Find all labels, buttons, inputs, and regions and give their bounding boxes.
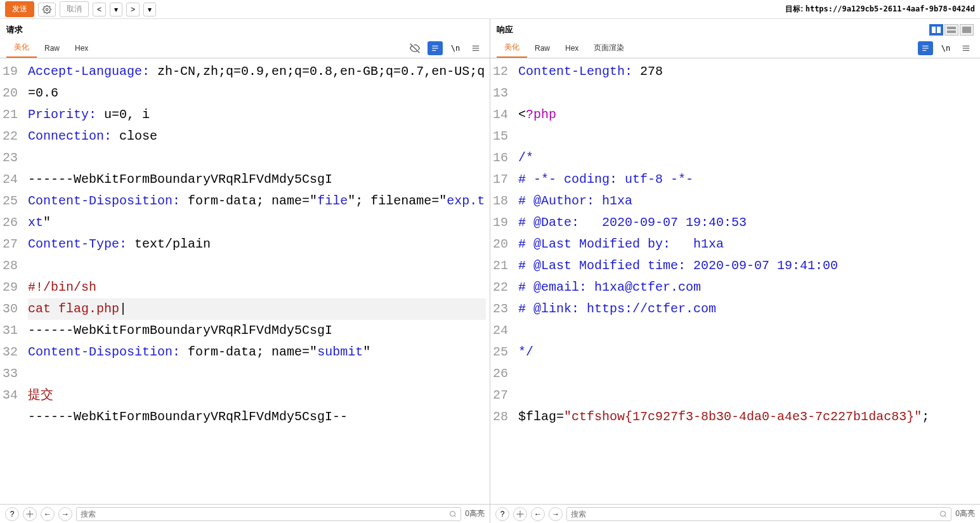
search-icon[interactable] <box>939 510 947 518</box>
prev-dropdown-button[interactable]: ▾ <box>110 3 122 17</box>
response-search[interactable] <box>566 507 951 521</box>
code-line[interactable] <box>28 147 486 169</box>
search-prev-button[interactable]: ← <box>531 507 545 521</box>
code-segment: ------WebKitFormBoundaryVRqRlFVdMdy5CsgI… <box>28 409 348 424</box>
code-line[interactable] <box>518 363 976 385</box>
code-line[interactable]: # @Last Modified time: 2020-09-07 19:41:… <box>518 255 976 277</box>
hide-icon[interactable] <box>407 41 422 55</box>
code-line[interactable]: Content-Length: 278 <box>518 61 976 83</box>
search-next-button[interactable]: → <box>549 507 563 521</box>
newline-icon[interactable]: \n <box>938 41 953 55</box>
wrap-icon[interactable] <box>918 41 933 55</box>
response-editor[interactable]: 1213141516171819202122232425262728 Conte… <box>490 58 980 504</box>
svg-line-23 <box>945 515 946 517</box>
code-line[interactable]: 提交 <box>28 385 486 406</box>
code-line[interactable]: <?php <box>518 104 976 126</box>
request-footer: ? ← → 0高亮 <box>0 505 490 523</box>
code-line[interactable]: cat flag.php| <box>28 298 486 320</box>
code-line[interactable]: Accept-Language: zh-CN,zh;q=0.9,en;q=0.8… <box>28 61 486 104</box>
menu-icon[interactable] <box>958 41 974 55</box>
search-icon[interactable] <box>449 510 457 518</box>
newline-icon[interactable]: \n <box>448 41 463 55</box>
code-line[interactable]: Content-Disposition: form-data; name="fi… <box>28 190 486 234</box>
line-number: 28 <box>3 255 20 277</box>
code-line[interactable]: # @link: https://ctfer.com <box>518 298 976 320</box>
code-line[interactable]: # @Date: 2020-09-07 19:40:53 <box>518 212 976 234</box>
next-button[interactable]: > <box>126 3 140 17</box>
code-line[interactable]: $flag="ctfshow{17c927f3-8b30-4da0-a4e3-7… <box>518 406 976 428</box>
code-line[interactable] <box>28 363 486 385</box>
code-segment: $flag <box>518 409 556 424</box>
code-segment: : <box>104 129 119 143</box>
help-button[interactable]: ? <box>5 507 19 521</box>
tab-hex[interactable]: Hex <box>67 40 96 56</box>
search-next-button[interactable]: → <box>58 507 72 521</box>
search-input[interactable] <box>81 510 449 519</box>
tab-pretty[interactable]: 美化 <box>497 38 527 58</box>
code-line[interactable]: #!/bin/sh <box>28 277 486 298</box>
code-line[interactable] <box>28 428 486 449</box>
code-segment: Connection <box>28 129 104 143</box>
gear-icon <box>516 510 524 518</box>
svg-point-18 <box>29 513 31 515</box>
line-number: 31 <box>3 320 20 341</box>
chevron-left-icon: < <box>97 5 101 14</box>
tab-render[interactable]: 页面渲染 <box>586 39 632 57</box>
layout-split-v-button[interactable] <box>944 24 958 36</box>
code-line[interactable] <box>28 255 486 277</box>
code-line[interactable]: ------WebKitFormBoundaryVRqRlFVdMdy5CsgI <box>28 169 486 190</box>
code-line[interactable]: ------WebKitFormBoundaryVRqRlFVdMdy5CsgI <box>28 320 486 341</box>
code-line[interactable]: # @Author: h1xa <box>518 190 976 212</box>
layout-single-button[interactable] <box>960 24 974 36</box>
line-number: 14 <box>493 104 511 126</box>
help-button[interactable]: ? <box>495 507 509 521</box>
request-tabs: 美化 Raw Hex \n <box>0 38 490 58</box>
settings-button[interactable] <box>38 3 56 17</box>
settings-button[interactable] <box>513 507 527 521</box>
layout-split-h-button[interactable] <box>929 24 943 36</box>
request-search[interactable] <box>76 507 461 521</box>
code-line[interactable] <box>518 83 976 104</box>
code-line[interactable]: Connection: close <box>28 126 486 147</box>
code-segment: < <box>518 107 526 122</box>
line-number: 22 <box>3 126 20 147</box>
tab-raw[interactable]: Raw <box>527 40 558 56</box>
code-line[interactable] <box>518 320 976 341</box>
code-line[interactable] <box>518 385 976 406</box>
line-number: 30 <box>3 298 20 320</box>
settings-button[interactable] <box>23 507 37 521</box>
code-line[interactable]: /* <box>518 147 976 169</box>
line-number: 17 <box>493 169 511 190</box>
request-editor[interactable]: 19202122232425262728293031323334 Accept-… <box>0 58 490 504</box>
highlight-count: 0高亮 <box>955 508 975 519</box>
code-segment: : <box>173 345 188 359</box>
arrow-right-icon: → <box>552 510 559 519</box>
wrap-icon[interactable] <box>428 41 443 55</box>
code-segment: # @Last Modified by: h1xa <box>518 237 724 251</box>
code-line[interactable]: Content-Disposition: form-data; name="su… <box>28 341 486 363</box>
menu-icon[interactable] <box>468 41 483 55</box>
code-line[interactable]: ------WebKitFormBoundaryVRqRlFVdMdy5CsgI… <box>28 406 486 428</box>
tab-hex[interactable]: Hex <box>558 40 586 56</box>
search-prev-button[interactable]: ← <box>41 507 55 521</box>
code-line[interactable]: # @email: h1xa@ctfer.com <box>518 277 976 298</box>
prev-button[interactable]: < <box>93 3 106 17</box>
gear-icon <box>26 510 34 518</box>
tab-pretty[interactable]: 美化 <box>6 38 37 58</box>
cancel-button[interactable]: 取消 <box>60 1 89 17</box>
code-segment: ?php <box>526 107 556 122</box>
tab-raw[interactable]: Raw <box>37 40 67 56</box>
send-button[interactable]: 发送 <box>5 1 34 17</box>
line-number: 19 <box>493 212 511 234</box>
code-line[interactable]: # -*- coding: utf-8 -*- <box>518 169 976 190</box>
code-segment: # @link: https://ctfer.com <box>518 301 716 316</box>
code-line[interactable] <box>518 126 976 147</box>
code-line[interactable]: # @Last Modified by: h1xa <box>518 234 976 255</box>
line-number: 27 <box>3 234 20 255</box>
search-input[interactable] <box>571 510 939 519</box>
code-segment: #!/bin/sh <box>28 280 96 295</box>
code-line[interactable]: Priority: u=0, i <box>28 104 486 126</box>
next-dropdown-button[interactable]: ▾ <box>143 3 156 17</box>
code-line[interactable]: Content-Type: text/plain <box>28 234 486 255</box>
code-line[interactable]: */ <box>518 341 976 363</box>
